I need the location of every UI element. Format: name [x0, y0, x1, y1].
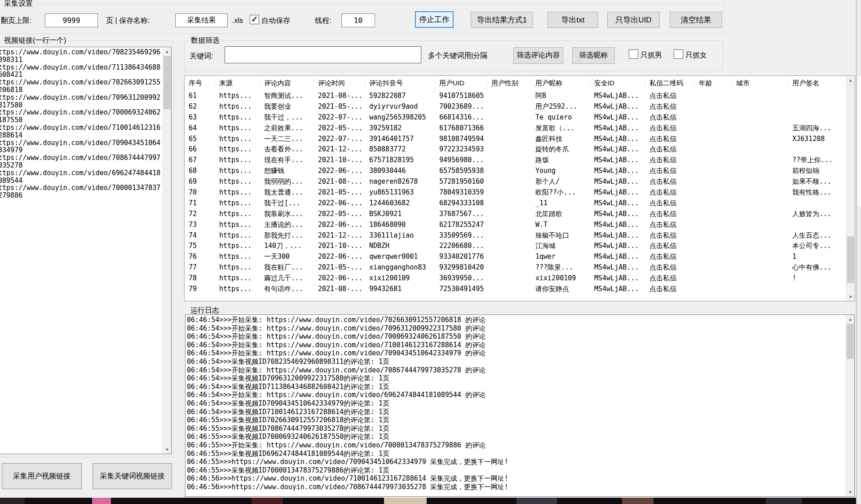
scrollbar-thumb[interactable]	[847, 324, 854, 359]
table-row[interactable]: 67https...现在有手...2021-10-...675718281959…	[185, 155, 842, 166]
column-header-4[interactable]: 评论时间	[314, 76, 365, 90]
table-cell	[732, 123, 788, 134]
dm-qr-link[interactable]: 点击私信	[645, 134, 695, 145]
table-row[interactable]: 69https...我弱弱的...2021-08-...nageren82678…	[185, 177, 842, 187]
dm-qr-link[interactable]: 点击私信	[645, 220, 695, 230]
scrollbar-thumb[interactable]	[163, 56, 171, 109]
table-cell	[487, 102, 531, 112]
autosave-checkbox[interactable]: ✓	[250, 15, 259, 24]
collect-keyword-links-button[interactable]: 采集关键词视频链接	[93, 463, 172, 489]
dm-qr-link[interactable]: 点击私信	[645, 273, 695, 284]
table-cell: 77	[185, 262, 215, 273]
column-header-12[interactable]: 城市	[732, 76, 788, 90]
column-header-11[interactable]: 年龄	[695, 76, 732, 90]
column-header-1[interactable]: 序号	[185, 76, 215, 90]
column-header-5[interactable]: 评论抖音号	[365, 76, 435, 90]
dm-qr-link[interactable]: 点击私信	[645, 241, 695, 252]
table-row[interactable]: 61https...智商测试...2021-08-...592822087941…	[185, 91, 842, 102]
stop-work-button[interactable]: 停止工作	[415, 11, 454, 28]
page-limit-input[interactable]	[45, 13, 98, 27]
thread-label: 线程:	[315, 16, 331, 25]
table-cell: 2021-05-...	[314, 102, 365, 112]
table-cell: 2022-06-...	[314, 273, 365, 284]
column-header-2[interactable]: 来源	[215, 76, 260, 90]
table-cell: xixi200109	[531, 273, 590, 284]
scroll-down-icon[interactable]: ▼	[847, 292, 855, 301]
dm-qr-link[interactable]: 点击私信	[645, 166, 695, 177]
dm-qr-link[interactable]: 点击私信	[645, 123, 695, 134]
table-row[interactable]: 66https...去看看外...2021-12-...850883772972…	[185, 144, 842, 155]
table-cell: 我弱弱的...	[260, 177, 314, 187]
table-row[interactable]: 79https...有句话咋...2021-08-...994326817253…	[185, 284, 842, 295]
log-scrollbar[interactable]: ▲ ▼	[846, 315, 854, 496]
filter-comment-button[interactable]: 筛选评论内容	[513, 47, 563, 64]
dm-qr-link[interactable]: 点击私信	[645, 177, 695, 187]
export-uid-button[interactable]: 只导出UID	[607, 12, 660, 28]
table-row[interactable]: 65https...一天二三...2022-07-...391464017579…	[185, 134, 842, 145]
filter-nickname-button[interactable]: 筛选昵称	[572, 47, 615, 64]
table-row[interactable]: 71https...我干过[...2022-06-...124460368268…	[185, 198, 842, 209]
table-cell	[732, 198, 788, 209]
column-header-13[interactable]: 用户签名	[788, 76, 842, 90]
dm-qr-link[interactable]: 点击私信	[645, 262, 695, 273]
table-row[interactable]: 75https...140刀，...2021-10-...NDBZH222066…	[185, 241, 842, 252]
save-name-input[interactable]	[175, 13, 228, 27]
scroll-up-icon[interactable]: ▲	[847, 76, 855, 84]
table-cell	[732, 241, 788, 252]
male-only-checkbox[interactable]: ✓	[629, 49, 638, 59]
table-cell: 33611lajiao	[365, 230, 435, 241]
table-cell: 71	[185, 198, 215, 209]
table-cell: 39259182	[365, 123, 435, 134]
scroll-up-icon[interactable]: ▲	[846, 315, 854, 323]
female-only-checkbox[interactable]: ✓	[674, 49, 683, 59]
run-log-box[interactable]: 06:46:54>>>开始采集: https://www.douyin.com/…	[185, 314, 855, 497]
thread-count-input[interactable]	[341, 13, 375, 27]
table-cell: https...	[215, 112, 260, 123]
dm-qr-link[interactable]: 点击私信	[645, 284, 695, 295]
collect-user-links-button[interactable]: 采集用户视频链接	[2, 463, 82, 489]
table-row[interactable]: 68https...想赚钱2022-06-...3809304466575859…	[185, 166, 842, 177]
table-row[interactable]: 63https...我干过，...2022-07-...wang25653982…	[185, 112, 842, 123]
table-cell: 那我先打...	[260, 230, 314, 241]
table-row[interactable]: 78https...薅过几千...2022-06-...xixi20010936…	[185, 273, 842, 284]
export-txt-button[interactable]: 导出txt	[548, 12, 598, 28]
table-row[interactable]: 64https...之前效果...2022-05-...392591826176…	[185, 123, 842, 134]
column-header-7[interactable]: 用户性别	[487, 76, 531, 90]
keyword-input[interactable]	[225, 46, 421, 63]
log-line: 06:46:54>>>采集视频ID7090434510642334979的评论第…	[187, 399, 844, 408]
scroll-up-icon[interactable]: ▲	[163, 47, 171, 56]
table-cell: 186468090	[365, 220, 435, 230]
links-scrollbar[interactable]: ▲ ▼	[163, 47, 171, 454]
dm-qr-link[interactable]: 点击私信	[645, 187, 695, 198]
dm-qr-link[interactable]: 点击私信	[645, 209, 695, 220]
table-row[interactable]: 76https...一天3002022-06-...qwerqwer000193…	[185, 252, 842, 262]
dm-qr-link[interactable]: 点击私信	[645, 155, 695, 166]
dm-qr-link[interactable]: 点击私信	[645, 112, 695, 123]
dm-qr-link[interactable]: 点击私信	[645, 230, 695, 241]
dm-qr-link[interactable]: 点击私信	[645, 91, 695, 102]
table-row[interactable]: 70https...我太普通...2021-05-...yu8651319637…	[185, 187, 842, 198]
dm-qr-link[interactable]: 点击私信	[645, 102, 695, 112]
column-header-8[interactable]: 用户昵称	[531, 76, 590, 90]
dm-qr-link[interactable]: 点击私信	[645, 144, 695, 155]
table-row[interactable]: 72https...我靠刷水...2022-05-...BSKJ09213768…	[185, 209, 842, 220]
dm-qr-link[interactable]: 点击私信	[645, 252, 695, 262]
video-link-line: https://www.douyin.com/video/70963120099…	[0, 94, 163, 109]
table-scrollbar[interactable]: ▲ ▼	[846, 76, 855, 301]
scroll-down-icon[interactable]: ▼	[846, 488, 854, 496]
column-header-3[interactable]: 评论内容	[260, 76, 314, 90]
scroll-down-icon[interactable]: ▼	[163, 445, 171, 454]
table-cell: 2021-08-...	[314, 91, 365, 102]
video-links-textbox[interactable]: https://www.douyin.com/video/70823546929…	[0, 47, 172, 454]
column-header-6[interactable]: 用户UID	[435, 76, 487, 90]
scrollbar-thumb[interactable]	[847, 236, 854, 283]
table-row[interactable]: 73https...主播说的...2022-06-...186468090621…	[185, 220, 842, 230]
table-row[interactable]: 62https...我要创业2021-05-...dyiyrvur9aod700…	[185, 102, 842, 112]
table-row[interactable]: 74https...那我先打...2021-12-...33611lajiao3…	[185, 230, 842, 241]
column-header-9[interactable]: 安全ID	[590, 76, 645, 90]
column-header-10[interactable]: 私信二维码	[645, 76, 695, 90]
dm-qr-link[interactable]: 点击私信	[645, 198, 695, 209]
clear-results-button[interactable]: 清空结果	[670, 12, 722, 28]
table-row[interactable]: 77https...我在鞋厂...2021-05-...xiangganghon…	[185, 262, 842, 273]
export-mode1-button[interactable]: 导出结果方式1	[471, 12, 533, 28]
